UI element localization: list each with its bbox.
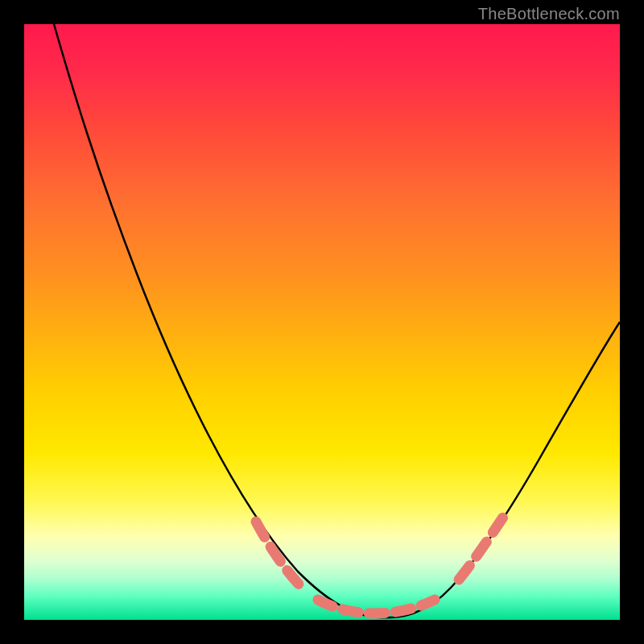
left-slope-highlight [256,522,306,592]
bottleneck-curve-svg [24,24,620,620]
plot-area [24,24,620,620]
right-slope-highlight [459,514,506,580]
highlight-group [256,514,506,613]
bottleneck-curve [54,24,620,617]
chart-container: TheBottleneck.com [0,0,644,644]
watermark-text: TheBottleneck.com [478,5,620,23]
